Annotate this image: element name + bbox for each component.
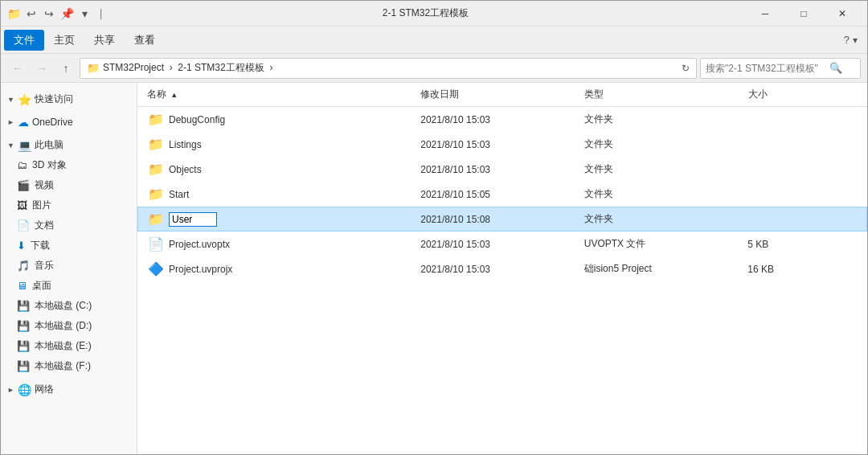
chevron-icon: ► (7, 118, 14, 126)
sidebar-item-onedrive[interactable]: ► ☁ OneDrive (1, 113, 137, 132)
maximize-button[interactable]: □ (785, 1, 822, 27)
cloud-icon: ☁ (18, 116, 29, 129)
search-input[interactable] (706, 63, 826, 74)
window-controls: ─ □ ✕ (747, 1, 861, 27)
sidebar-item-quick-access[interactable]: ▼ ⭐ 快速访问 (1, 89, 137, 109)
refresh-icon[interactable]: ↻ (682, 63, 690, 74)
sidebar-label-quick-access: 快速访问 (35, 92, 73, 106)
col-header-size[interactable]: 大小 (748, 88, 858, 101)
up-button[interactable]: ↑ (55, 58, 76, 79)
dropdown-icon[interactable]: ▾ (78, 7, 91, 20)
file-name-cell: 🔷 Project.uvprojx (148, 261, 420, 277)
sidebar-item-drive-c[interactable]: 💾 本地磁盘 (C:) (1, 296, 137, 316)
sidebar-label-drive-c: 本地磁盘 (C:) (35, 299, 92, 313)
back-button[interactable]: ← (7, 58, 28, 79)
sidebar-section-this-pc: ▼ 💻 此电脑 🗂 3D 对象 🎬 视频 🖼 图片 📄 文档 ⬇ (1, 135, 137, 376)
file-date: 2021/8/10 15:08 (420, 214, 584, 225)
table-row[interactable]: 📁 Objects 2021/8/10 15:03 文件夹 (137, 157, 867, 182)
title-sep: │ (99, 9, 104, 18)
file-date: 2021/8/10 15:03 (420, 139, 584, 150)
sidebar-item-this-pc[interactable]: ▼ 💻 此电脑 (1, 135, 137, 155)
col-header-type[interactable]: 类型 (584, 88, 748, 101)
file-rename-input[interactable] (169, 212, 217, 227)
file-date: 2021/8/10 15:03 (420, 264, 584, 275)
file-date: 2021/8/10 15:05 (420, 189, 584, 200)
pin-icon[interactable]: 📌 (60, 7, 73, 20)
folder-icon: 📁 (148, 137, 164, 151)
table-row[interactable]: 📄 Project.uvoptx 2021/8/10 15:03 UVOPTX … (137, 232, 867, 256)
file-type: 文件夹 (584, 162, 748, 176)
file-name-cell: 📁 Start (148, 187, 420, 202)
file-type: 文件夹 (584, 212, 748, 226)
file-list-header: 名称 ▲ 修改日期 类型 大小 (137, 83, 867, 107)
folder-icon-addr: 📁 (87, 62, 100, 74)
table-row[interactable]: 📁 Listings 2021/8/10 15:03 文件夹 (137, 132, 867, 157)
file-rows-container: 📁 DebugConfig 2021/8/10 15:03 文件夹 📁 List… (137, 107, 867, 281)
sidebar: ▼ ⭐ 快速访问 ► ☁ OneDrive ▼ 💻 此电脑 🗂 3D 对象 (1, 83, 137, 455)
chevron-icon: ▼ (7, 141, 14, 150)
downloads-icon: ⬇ (17, 240, 26, 252)
minimize-button[interactable]: ─ (747, 1, 784, 27)
sidebar-section-quick-access: ▼ ⭐ 快速访问 (1, 89, 137, 109)
col-header-name[interactable]: 名称 ▲ (147, 88, 420, 101)
sidebar-item-drive-d[interactable]: 💾 本地磁盘 (D:) (1, 316, 137, 336)
file-size: 16 KB (747, 264, 857, 275)
help-icon[interactable]: ? (844, 34, 850, 46)
sidebar-section-onedrive: ► ☁ OneDrive (1, 113, 137, 132)
search-box[interactable]: 🔍 (700, 58, 861, 79)
address-bar[interactable]: 📁 STM32Project › 2-1 STM32工程模板 › ↻ (80, 58, 697, 79)
sidebar-item-pictures[interactable]: 🖼 图片 (1, 195, 137, 215)
file-name-cell: 📁 Listings (148, 137, 420, 152)
pictures-icon: 🖼 (17, 199, 27, 211)
address-text: STM32Project › 2-1 STM32工程模板 › (103, 61, 678, 75)
desktop-icon: 🖥 (17, 280, 27, 292)
file-size: 5 KB (747, 239, 857, 250)
menu-home[interactable]: 主页 (44, 30, 84, 51)
folder-icon: 📁 (148, 113, 164, 126)
menu-share[interactable]: 共享 (84, 30, 125, 51)
table-row[interactable]: 📁 2021/8/10 15:08 文件夹 (137, 207, 867, 232)
folder-icon: 📁 (148, 187, 164, 201)
sidebar-item-music[interactable]: 🎵 音乐 (1, 256, 137, 276)
file-icon: 📄 (148, 237, 164, 251)
redo-icon[interactable]: ↪ (43, 7, 55, 20)
sidebar-item-docs[interactable]: 📄 文档 (1, 215, 137, 236)
uvprojx-icon: 🔷 (148, 262, 164, 276)
search-icon[interactable]: 🔍 (829, 62, 842, 74)
sidebar-item-drive-f[interactable]: 💾 本地磁盘 (F:) (1, 356, 137, 376)
collapse-ribbon-icon[interactable]: ▾ (853, 35, 858, 46)
sidebar-item-desktop[interactable]: 🖥 桌面 (1, 276, 137, 296)
3d-icon: 🗂 (17, 159, 27, 171)
docs-icon: 📄 (17, 219, 30, 232)
menu-file[interactable]: 文件 (4, 30, 44, 51)
menu-view[interactable]: 查看 (125, 30, 165, 51)
drive-d-icon: 💾 (17, 320, 30, 332)
file-name: DebugConfig (169, 114, 225, 125)
col-header-date[interactable]: 修改日期 (420, 88, 584, 101)
file-date: 2021/8/10 15:03 (420, 239, 584, 250)
undo-icon[interactable]: ↩ (25, 7, 38, 20)
sidebar-label-downloads: 下载 (31, 239, 50, 252)
file-type: 文件夹 (584, 187, 748, 201)
file-name-cell: 📁 Objects (148, 162, 420, 177)
sidebar-item-network[interactable]: ► 🌐 网络 (1, 379, 137, 400)
sidebar-section-network: ► 🌐 网络 (1, 379, 137, 400)
table-row[interactable]: 📁 DebugConfig 2021/8/10 15:03 文件夹 (137, 107, 867, 132)
video-icon: 🎬 (17, 179, 30, 191)
nav-bar: ← → ↑ 📁 STM32Project › 2-1 STM32工程模板 › ↻… (1, 54, 867, 83)
star-icon: ⭐ (18, 93, 31, 106)
folder-icon: 📁 (148, 212, 164, 226)
sidebar-label-network: 网络 (35, 383, 54, 396)
close-button[interactable]: ✕ (824, 1, 861, 27)
music-icon: 🎵 (17, 260, 30, 272)
table-row[interactable]: 🔷 Project.uvprojx 2021/8/10 15:03 础ision… (137, 256, 867, 281)
sidebar-item-drive-e[interactable]: 💾 本地磁盘 (E:) (1, 336, 137, 356)
table-row[interactable]: 📁 Start 2021/8/10 15:05 文件夹 (137, 182, 867, 207)
sidebar-item-3d[interactable]: 🗂 3D 对象 (1, 155, 137, 175)
file-name: Objects (169, 164, 202, 175)
forward-button[interactable]: → (31, 58, 52, 79)
sidebar-item-downloads[interactable]: ⬇ 下载 (1, 236, 137, 256)
sidebar-label-music: 音乐 (35, 259, 54, 273)
sort-arrow-name: ▲ (170, 91, 178, 99)
sidebar-item-video[interactable]: 🎬 视频 (1, 175, 137, 195)
